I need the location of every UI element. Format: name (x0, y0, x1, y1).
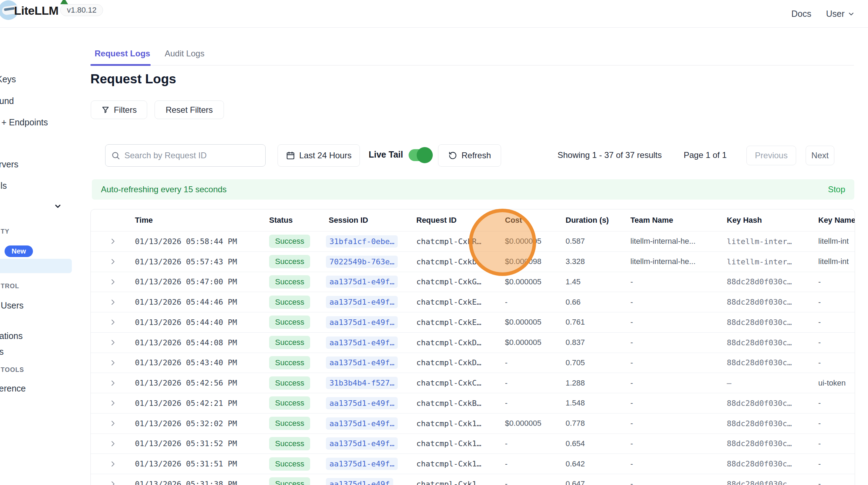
status-cell: Success (264, 336, 323, 349)
status-badge: Success (269, 457, 310, 471)
expand-row-button[interactable] (91, 258, 129, 265)
funnel-icon (101, 106, 110, 114)
expand-row-button[interactable] (91, 318, 129, 326)
team-name-cell: - (625, 479, 721, 485)
sidebar-collapse-chevron-icon[interactable] (54, 202, 62, 212)
team-name-cell: - (625, 358, 721, 367)
request-id-cell: chatcmpl-CxkR… (411, 237, 499, 246)
team-name-cell: - (625, 459, 721, 469)
table-row[interactable]: 01/13/2026 05:31:52 PM Success aa1375d1-… (91, 434, 855, 454)
status-badge: Success (269, 437, 310, 450)
tab-audit-logs[interactable]: Audit Logs (165, 49, 204, 58)
chevron-right-icon (109, 460, 117, 468)
session-id-link[interactable]: aa1375d1-e49f… (326, 437, 398, 450)
logo-text: LiteLLM (14, 4, 59, 18)
time-range-label: Last 24 Hours (299, 151, 351, 160)
chevron-right-icon (109, 420, 117, 427)
key-hash-cell: 88dc28d0f030c… (721, 459, 813, 468)
expand-row-button[interactable] (91, 460, 129, 468)
key-hash-cell: litellm-inter… (721, 257, 813, 266)
sidebar-item-keys[interactable]: Keys (0, 74, 16, 84)
table-row[interactable]: 01/13/2026 05:42:21 PM Success aa1375d1-… (91, 393, 855, 413)
sidebar-item-servers[interactable]: rvers (0, 159, 19, 169)
sidebar-item-playground[interactable]: und (0, 96, 14, 106)
time-range-button[interactable]: Last 24 Hours (278, 144, 360, 167)
session-id-link[interactable]: 7022549b-763e… (326, 256, 398, 268)
table-row[interactable]: 01/13/2026 05:57:43 PM Success 7022549b-… (91, 251, 855, 272)
expand-row-button[interactable] (91, 480, 129, 485)
session-id-link[interactable]: aa1375d1-e49f… (326, 296, 398, 308)
team-name-cell: - (625, 318, 721, 327)
user-menu[interactable]: User (826, 9, 855, 19)
table-row[interactable]: 01/13/2026 05:44:40 PM Success aa1375d1-… (91, 312, 855, 332)
expand-row-button[interactable] (91, 237, 129, 245)
table-row[interactable]: 01/13/2026 05:32:02 PM Success aa1375d1-… (91, 413, 855, 434)
stop-auto-refresh-link[interactable]: Stop (828, 185, 845, 194)
sidebar-item-guardrails[interactable]: ils (0, 181, 7, 191)
table-row[interactable]: 01/13/2026 05:43:40 PM Success aa1375d1-… (91, 353, 855, 373)
sidebar-item-organizations[interactable]: ations (0, 331, 23, 341)
sidebar-item-inference[interactable]: erence (0, 383, 26, 394)
expand-row-button[interactable] (91, 440, 129, 448)
tab-request-logs[interactable]: Request Logs (95, 49, 150, 58)
status-badge: Success (269, 296, 310, 309)
previous-page-button[interactable]: Previous (746, 146, 796, 165)
session-id-link[interactable]: aa1375d1-e49f… (326, 458, 398, 470)
session-id-link[interactable]: aa1375d1-e49f (326, 478, 393, 485)
session-id-link[interactable]: aa1375d1-e49f… (326, 417, 398, 430)
expand-row-button[interactable] (91, 339, 129, 346)
key-name-cell: - (813, 459, 855, 469)
key-name-cell: litellm-int (813, 257, 855, 266)
user-menu-label: User (826, 9, 845, 19)
search-box[interactable] (105, 144, 266, 167)
status-badge: Success (269, 316, 310, 329)
session-id-link[interactable]: aa1375d1-e49f… (326, 356, 398, 369)
table-row[interactable]: 01/13/2026 05:47:00 PM Success aa1375d1-… (91, 272, 855, 292)
team-name-cell: - (625, 277, 721, 286)
col-status: Status (264, 216, 323, 225)
session-id-link[interactable]: aa1375d1-e49f… (326, 316, 398, 328)
session-id-link[interactable]: aa1375d1-e49f… (326, 337, 398, 349)
chevron-right-icon (109, 339, 117, 346)
sidebar-item-models-endpoints[interactable]: + Endpoints (1, 117, 48, 127)
sidebar-item-logs-selected[interactable] (0, 259, 72, 273)
expand-row-button[interactable] (91, 399, 129, 407)
sidebar-item-teams[interactable]: s (0, 347, 4, 357)
request-id-cell: chatcmpl-Cxk1 (411, 480, 499, 485)
duration-cell: 1.45 (560, 277, 625, 286)
search-input[interactable] (124, 151, 260, 160)
table-row[interactable]: 01/13/2026 05:31:38 PM Success aa1375d1-… (91, 474, 855, 485)
results-count: Showing 1 - 37 of 37 results (558, 150, 662, 160)
table-row[interactable]: 01/13/2026 05:58:44 PM Success 31bfa1cf-… (91, 231, 855, 251)
session-id-link[interactable]: 31bfa1cf-0ebe… (326, 235, 398, 248)
table-row[interactable]: 01/13/2026 05:44:46 PM Success aa1375d1-… (91, 292, 855, 312)
next-page-button[interactable]: Next (806, 146, 834, 165)
team-name-cell: - (625, 298, 721, 307)
key-name-cell: - (813, 358, 855, 367)
team-name-cell: litellm-internal-he... (625, 257, 721, 266)
time-cell: 01/13/2026 05:44:08 PM (129, 338, 264, 347)
expand-row-button[interactable] (91, 420, 129, 427)
table-row[interactable]: 01/13/2026 05:44:08 PM Success aa1375d1-… (91, 332, 855, 353)
expand-row-button[interactable] (91, 278, 129, 286)
top-header: LiteLLM v1.80.12 Docs User (0, 0, 868, 28)
expand-row-button[interactable] (91, 359, 129, 367)
col-time: Time (129, 216, 264, 225)
filters-button[interactable]: Filters (91, 101, 147, 119)
docs-link[interactable]: Docs (791, 9, 811, 19)
session-id-link[interactable]: 31b3b4b4-f527… (326, 377, 398, 389)
live-tail-toggle[interactable] (409, 149, 432, 161)
session-id-link[interactable]: aa1375d1-e49f… (326, 276, 398, 288)
sidebar-item-users[interactable]: Users (1, 300, 23, 311)
request-id-cell: chatcmpl-CxkE… (411, 318, 499, 327)
key-name-cell: - (813, 419, 855, 428)
table-row[interactable]: 01/13/2026 05:31:51 PM Success aa1375d1-… (91, 453, 855, 474)
reset-filters-button[interactable]: Reset Filters (155, 101, 224, 119)
cost-cell: - (499, 399, 560, 408)
session-id-link[interactable]: aa1375d1-e49f… (326, 397, 398, 409)
refresh-button[interactable]: Refresh (438, 144, 501, 167)
expand-row-button[interactable] (91, 379, 129, 387)
request-id-cell: chatcmpl-CxkD… (411, 358, 499, 367)
table-row[interactable]: 01/13/2026 05:42:56 PM Success 31b3b4b4-… (91, 373, 855, 393)
expand-row-button[interactable] (91, 298, 129, 306)
